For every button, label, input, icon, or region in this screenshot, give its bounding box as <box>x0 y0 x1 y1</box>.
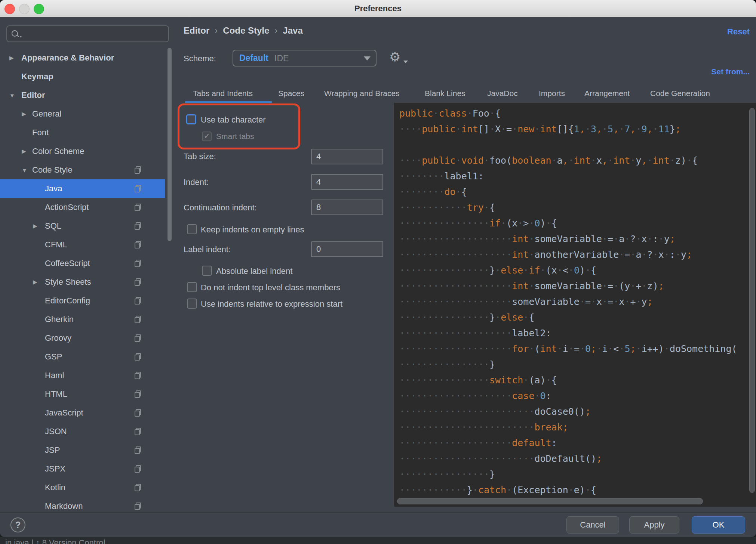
copy-scheme-icon <box>135 278 141 286</box>
code-line: ························doDefault(); <box>399 451 746 467</box>
preferences-dialog: Preferences ▾ ▶Appearance & BehaviorKeym… <box>0 0 756 537</box>
code-line: ················}·else·{ <box>399 310 746 325</box>
code-preview-pane: public·class·Foo·{····public·int[]·X·=·n… <box>394 103 756 507</box>
sidebar-item-kotlin[interactable]: Kotlin <box>0 478 165 497</box>
tab-wrapping-and-braces[interactable]: Wrapping and Braces <box>324 89 400 102</box>
copy-scheme-icon <box>135 353 141 361</box>
chevron-collapsed-icon[interactable]: ▶ <box>33 279 37 285</box>
sidebar-item-label: Editor <box>21 90 45 100</box>
sidebar-item-sql[interactable]: ▶SQL <box>0 217 165 235</box>
sidebar-item-java[interactable]: Java <box>0 179 165 198</box>
tab-blank-lines[interactable]: Blank Lines <box>425 89 465 102</box>
tab-spaces[interactable]: Spaces <box>278 89 304 102</box>
chevron-expanded-icon[interactable]: ▼ <box>22 167 27 173</box>
background-window-strip: in.java | ↑ 8 Version Control <box>0 537 756 544</box>
cancel-button[interactable]: Cancel <box>566 516 619 534</box>
chevron-collapsed-icon[interactable]: ▶ <box>22 111 26 117</box>
sidebar-item-keymap[interactable]: Keymap <box>0 67 165 86</box>
no-indent-top-level-label: Do not indent top level class members <box>201 283 340 293</box>
sidebar-item-label: EditorConfig <box>45 296 90 306</box>
sidebar-item-label: CFML <box>45 240 67 250</box>
sidebar-item-label: Color Scheme <box>32 146 84 156</box>
code-vertical-scrollbar[interactable] <box>749 108 755 493</box>
copy-scheme-icon <box>135 409 141 417</box>
breadcrumb-part[interactable]: Editor <box>184 25 209 35</box>
code-line: ····················someVariable·=·x·=·x… <box>399 294 746 310</box>
search-icon <box>12 30 18 37</box>
sidebar-item-editorconfig[interactable]: EditorConfig <box>0 291 165 310</box>
sidebar-item-font[interactable]: Font <box>0 123 165 142</box>
sidebar-item-label: CoffeeScript <box>45 259 90 268</box>
sidebar-item-html[interactable]: HTML <box>0 385 165 404</box>
help-button[interactable]: ? <box>10 517 25 532</box>
scheme-select[interactable]: Default IDE <box>233 50 377 67</box>
tab-tabs-and-indents[interactable]: Tabs and Indents <box>193 89 253 102</box>
chevron-expanded-icon[interactable]: ▼ <box>9 92 15 99</box>
label-indent-input[interactable] <box>311 241 383 257</box>
chevron-collapsed-icon[interactable]: ▶ <box>33 223 37 229</box>
keep-indents-label: Keep indents on empty lines <box>201 225 304 235</box>
sidebar-item-actionscript[interactable]: ActionScript <box>0 198 165 217</box>
tab-size-input[interactable] <box>311 149 383 164</box>
apply-button[interactable]: Apply <box>629 516 679 534</box>
sidebar-item-style-sheets[interactable]: ▶Style Sheets <box>0 273 165 291</box>
code-line: ········do·{ <box>399 184 746 200</box>
search-history-caret-icon[interactable]: ▾ <box>20 34 22 38</box>
search-field[interactable]: ▾ <box>6 25 169 42</box>
gear-caret-icon <box>403 61 408 63</box>
sidebar-item-cfml[interactable]: CFML <box>0 235 165 254</box>
search-input[interactable] <box>27 27 166 41</box>
set-from-link[interactable]: Set from... <box>711 67 750 76</box>
sidebar-scrollbar[interactable] <box>168 48 172 241</box>
breadcrumb-part[interactable]: Java <box>283 25 302 35</box>
chevron-collapsed-icon[interactable]: ▶ <box>9 55 14 61</box>
breadcrumb-part[interactable]: Code Style <box>223 25 269 35</box>
scheme-value-primary: Default <box>239 53 268 63</box>
sidebar-item-label: Markdown <box>45 501 83 511</box>
sidebar-item-label: JSON <box>45 427 67 436</box>
sidebar-item-coffeescript[interactable]: CoffeeScript <box>0 254 165 273</box>
copy-scheme-icon <box>135 334 141 342</box>
annotation-highlight-box <box>178 103 300 149</box>
sidebar-item-groovy[interactable]: Groovy <box>0 329 165 347</box>
sidebar-item-editor[interactable]: ▼Editor <box>0 86 165 105</box>
sidebar-item-appearance-behavior[interactable]: ▶Appearance & Behavior <box>0 49 165 67</box>
gear-icon[interactable]: ⚙ <box>389 49 400 64</box>
tab-imports[interactable]: Imports <box>539 89 565 102</box>
sidebar-item-jsp[interactable]: JSP <box>0 441 165 460</box>
sidebar-item-code-style[interactable]: ▼Code Style <box>0 161 165 179</box>
code-horizontal-scrollbar[interactable] <box>397 498 703 504</box>
indents-relative-checkbox[interactable] <box>187 299 197 309</box>
sidebar-item-markdown[interactable]: Markdown <box>0 497 165 512</box>
tab-code-generation[interactable]: Code Generation <box>650 89 710 102</box>
reset-link[interactable]: Reset <box>727 27 750 37</box>
ok-button[interactable]: OK <box>692 516 745 534</box>
absolute-label-indent-checkbox[interactable] <box>202 266 212 276</box>
copy-scheme-icon <box>135 316 141 323</box>
dialog-footer: ? Cancel Apply OK <box>0 512 756 537</box>
code-line: ············}·catch·(Exception·e)·{ <box>399 482 746 498</box>
sidebar-item-label: Java <box>45 184 62 194</box>
chevron-collapsed-icon[interactable]: ▶ <box>22 148 26 155</box>
indents-relative-label: Use indents relative to expression start <box>201 299 342 309</box>
scheme-value-secondary: IDE <box>274 53 289 64</box>
continuation-indent-label: Continuation indent: <box>184 203 257 213</box>
sidebar-item-color-scheme[interactable]: ▶Color Scheme <box>0 142 165 161</box>
copy-scheme-icon <box>135 390 141 398</box>
continuation-indent-input[interactable] <box>311 200 383 215</box>
no-indent-top-level-checkbox[interactable] <box>187 282 197 292</box>
copy-scheme-icon <box>135 166 141 174</box>
code-line: ························doCase0(); <box>399 404 746 420</box>
sidebar-item-javascript[interactable]: JavaScript <box>0 404 165 422</box>
sidebar-item-gsp[interactable]: GSP <box>0 347 165 366</box>
tab-javadoc[interactable]: JavaDoc <box>487 89 518 102</box>
indent-input[interactable] <box>311 174 383 190</box>
sidebar-item-general[interactable]: ▶General <box>0 105 165 123</box>
tab-arrangement[interactable]: Arrangement <box>584 89 630 102</box>
sidebar-item-json[interactable]: JSON <box>0 422 165 441</box>
keep-indents-checkbox[interactable] <box>187 224 197 234</box>
sidebar-item-jspx[interactable]: JSPX <box>0 460 165 478</box>
sidebar-item-haml[interactable]: Haml <box>0 366 165 385</box>
sidebar-item-gherkin[interactable]: Gherkin <box>0 310 165 329</box>
copy-scheme-icon <box>135 260 141 267</box>
